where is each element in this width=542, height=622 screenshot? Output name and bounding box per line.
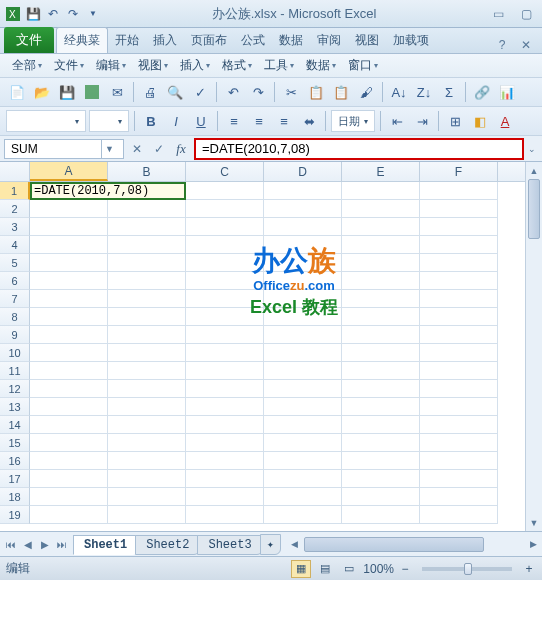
col-header-f[interactable]: F <box>420 162 498 181</box>
merge-icon[interactable]: ⬌ <box>298 110 320 132</box>
cell[interactable] <box>342 452 420 470</box>
col-header-a[interactable]: A <box>30 162 108 181</box>
cell[interactable] <box>342 470 420 488</box>
row-header-5[interactable]: 5 <box>0 254 30 272</box>
file-tab[interactable]: 文件 <box>4 27 54 53</box>
cell[interactable] <box>342 290 420 308</box>
cell[interactable] <box>108 290 186 308</box>
cell[interactable] <box>264 182 342 200</box>
menu-file[interactable]: 文件▾ <box>48 55 90 76</box>
cell[interactable] <box>264 434 342 452</box>
sheet-tab-3[interactable]: Sheet3 <box>197 535 262 555</box>
copy-icon[interactable]: 📋 <box>305 81 327 103</box>
row-header-4[interactable]: 4 <box>0 236 30 254</box>
cell[interactable] <box>186 236 264 254</box>
cell[interactable] <box>342 344 420 362</box>
cell[interactable] <box>108 434 186 452</box>
horizontal-scrollbar[interactable]: ◀ ▶ <box>286 536 542 553</box>
cell[interactable] <box>30 470 108 488</box>
row-header-6[interactable]: 6 <box>0 272 30 290</box>
cell[interactable] <box>420 416 498 434</box>
cell[interactable] <box>264 272 342 290</box>
cell[interactable] <box>186 182 264 200</box>
cell[interactable] <box>186 362 264 380</box>
page-break-view-icon[interactable]: ▭ <box>339 560 359 578</box>
cell[interactable] <box>420 218 498 236</box>
fx-icon[interactable]: fx <box>172 140 190 158</box>
cell[interactable] <box>342 182 420 200</box>
sort-desc-icon[interactable]: Z↓ <box>413 81 435 103</box>
col-header-c[interactable]: C <box>186 162 264 181</box>
cell[interactable] <box>420 290 498 308</box>
tab-formulas[interactable]: 公式 <box>234 28 272 53</box>
col-header-e[interactable]: E <box>342 162 420 181</box>
col-header-d[interactable]: D <box>264 162 342 181</box>
cell[interactable] <box>186 380 264 398</box>
tab-addins[interactable]: 加载项 <box>386 28 436 53</box>
cell[interactable] <box>264 506 342 524</box>
formula-expand-icon[interactable]: ⌄ <box>524 139 540 159</box>
sheet-tab-2[interactable]: Sheet2 <box>135 535 200 555</box>
name-box-dropdown-icon[interactable]: ▼ <box>101 139 117 159</box>
cell[interactable] <box>186 326 264 344</box>
cells-grid[interactable]: 办公族 Officezu.com Excel 教程 =DATE(2010,7,0… <box>30 182 542 524</box>
tab-home[interactable]: 开始 <box>108 28 146 53</box>
cell[interactable] <box>186 344 264 362</box>
cell[interactable] <box>108 506 186 524</box>
font-color-icon[interactable]: A <box>494 110 516 132</box>
cell[interactable] <box>30 398 108 416</box>
indent-inc-icon[interactable]: ⇥ <box>411 110 433 132</box>
cell[interactable] <box>342 236 420 254</box>
cell[interactable] <box>108 218 186 236</box>
cell[interactable] <box>264 326 342 344</box>
cell[interactable] <box>420 506 498 524</box>
cell[interactable] <box>264 200 342 218</box>
zoom-in-icon[interactable]: + <box>522 562 536 576</box>
row-header-15[interactable]: 15 <box>0 434 30 452</box>
cell[interactable] <box>186 218 264 236</box>
cell[interactable] <box>342 200 420 218</box>
cell[interactable] <box>108 452 186 470</box>
accept-formula-icon[interactable]: ✓ <box>150 140 168 158</box>
cell[interactable] <box>108 344 186 362</box>
redo-icon[interactable]: ↷ <box>247 81 269 103</box>
cell[interactable] <box>420 236 498 254</box>
cell[interactable] <box>108 362 186 380</box>
tab-data[interactable]: 数据 <box>272 28 310 53</box>
cell[interactable] <box>342 506 420 524</box>
cell[interactable] <box>264 362 342 380</box>
cell[interactable] <box>264 218 342 236</box>
cell[interactable] <box>186 470 264 488</box>
cell[interactable] <box>342 398 420 416</box>
cell[interactable] <box>420 272 498 290</box>
bold-icon[interactable]: B <box>140 110 162 132</box>
underline-icon[interactable]: U <box>190 110 212 132</box>
cell[interactable] <box>30 218 108 236</box>
row-header-17[interactable]: 17 <box>0 470 30 488</box>
row-header-8[interactable]: 8 <box>0 308 30 326</box>
undo-icon[interactable]: ↶ <box>44 5 62 23</box>
cell[interactable] <box>30 290 108 308</box>
menu-data[interactable]: 数据▾ <box>300 55 342 76</box>
align-right-icon[interactable]: ≡ <box>273 110 295 132</box>
tab-view[interactable]: 视图 <box>348 28 386 53</box>
cell[interactable] <box>186 200 264 218</box>
cell[interactable] <box>108 470 186 488</box>
page-layout-view-icon[interactable]: ▤ <box>315 560 335 578</box>
qat-dropdown-icon[interactable]: ▼ <box>84 5 102 23</box>
cell[interactable] <box>342 362 420 380</box>
cell[interactable] <box>108 254 186 272</box>
open-icon[interactable]: 📂 <box>31 81 53 103</box>
cell[interactable] <box>30 452 108 470</box>
cell[interactable] <box>30 416 108 434</box>
cell[interactable] <box>420 308 498 326</box>
print-icon[interactable]: 🖨 <box>139 81 161 103</box>
cell[interactable] <box>186 308 264 326</box>
cell[interactable] <box>30 326 108 344</box>
spell-icon[interactable]: ✓ <box>189 81 211 103</box>
save-icon[interactable]: 💾 <box>24 5 42 23</box>
excel-icon[interactable]: X <box>4 5 22 23</box>
cell-a1-editing[interactable]: =DATE(2010,7,08) <box>30 182 186 200</box>
cell[interactable] <box>30 488 108 506</box>
cell[interactable] <box>108 488 186 506</box>
